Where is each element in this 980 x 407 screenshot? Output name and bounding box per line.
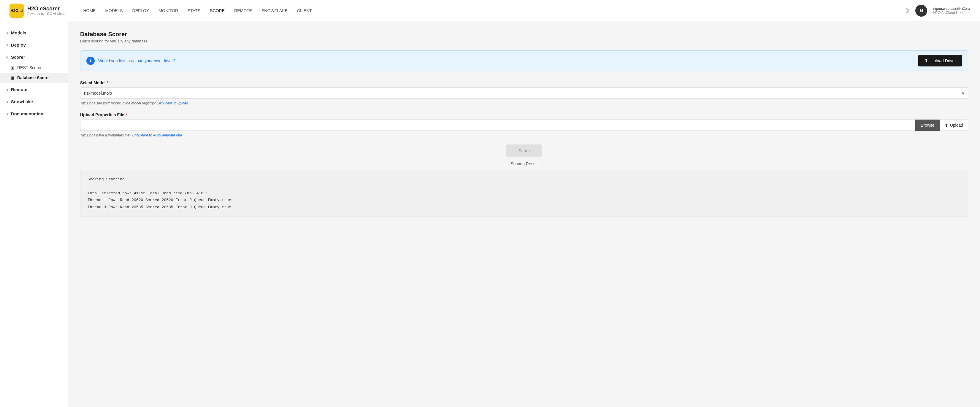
select-model-wrapper: riskmodel.mojo ∨ xyxy=(80,87,968,99)
upload-button[interactable]: ⬆ Upload xyxy=(940,119,968,131)
sidebar-scorer-header[interactable]: ∨ Scorer xyxy=(0,52,68,63)
browse-button[interactable]: Browse xyxy=(915,119,940,131)
terminal-line-3: Thread-1 Rows Read 20620 Scored 20620 Er… xyxy=(88,197,961,204)
sidebar-item-database-scorer[interactable]: ▣ Database Scorer xyxy=(0,73,68,83)
user-email: nipun.weerasiri@h2o.ai xyxy=(933,6,970,11)
upload-properties-required: * xyxy=(126,113,127,117)
select-model-tip: Tip: Don't see your model in the model r… xyxy=(80,101,968,105)
sidebar-rest-scorer-label: REST Scorer xyxy=(17,65,41,70)
nav-score[interactable]: SCORE xyxy=(210,7,225,14)
chevron-models-icon: ∨ xyxy=(6,31,9,35)
upload-driver-icon: ⬆ xyxy=(924,58,928,64)
nav-client[interactable]: CLIENT xyxy=(297,7,312,14)
sidebar-section-remote: ∨ Remote xyxy=(0,84,68,95)
header-right: ☽ N nipun.weerasiri@h2o.ai H2O AI Cloud … xyxy=(904,5,970,17)
chevron-scorer-icon: ∨ xyxy=(6,55,9,59)
chevron-remote-icon: ∨ xyxy=(6,87,9,92)
logo-area: H2O.ai H2O eScorer Powered by H2O AI Clo… xyxy=(10,3,65,18)
terminal-line-2: Total selected rows 41155 Total Read tim… xyxy=(88,190,961,197)
sidebar: ∨ Models ∨ Deploy ∨ Scorer ▣ REST Scorer… xyxy=(0,21,68,407)
chevron-snowflake-icon: ∨ xyxy=(6,100,9,104)
user-role: H2O AI Cloud User xyxy=(933,11,970,15)
sidebar-snowflake-label: Snowflake xyxy=(11,99,33,104)
nav-deploy[interactable]: DEPLOY xyxy=(132,7,149,14)
sidebar-database-scorer-label: Database Scorer xyxy=(17,75,50,80)
upload-properties-tip: Tip: Don't have a properties file? Click… xyxy=(80,133,968,137)
page-subtitle: Batch scoring for virtually any database xyxy=(80,39,968,43)
select-model-label: Select Model * xyxy=(80,80,968,85)
sidebar-section-snowflake: ∨ Snowflake xyxy=(0,96,68,107)
sidebar-documentation-header[interactable]: ∨ Documentation xyxy=(0,108,68,119)
autogenerate-link[interactable]: Click here to AutoGenerate one xyxy=(132,133,182,137)
sidebar-scorer-label: Scorer xyxy=(11,54,25,60)
nav-stats[interactable]: STATS xyxy=(188,7,200,14)
upload-small-icon: ⬆ xyxy=(945,123,948,127)
sidebar-models-label: Models xyxy=(11,30,26,35)
score-button-wrapper: Score xyxy=(80,145,968,157)
select-model-section: Select Model * riskmodel.mojo ∨ Tip: Don… xyxy=(80,80,968,105)
avatar: N xyxy=(915,5,927,17)
user-info: nipun.weerasiri@h2o.ai H2O AI Cloud User xyxy=(933,6,970,15)
logo-text: H2O eScorer Powered by H2O AI Cloud xyxy=(27,6,65,16)
nav-remote[interactable]: REMOTE xyxy=(234,7,252,14)
info-banner: i Would you like to upload your own driv… xyxy=(80,51,968,71)
upload-properties-label: Upload Properties File * xyxy=(80,113,968,117)
upload-model-link[interactable]: Click here to upload xyxy=(157,101,188,105)
upload-properties-section: Upload Properties File * Browse ⬆ Upload… xyxy=(80,113,968,137)
select-model-required: * xyxy=(107,80,108,85)
score-button[interactable]: Score xyxy=(506,145,542,157)
sidebar-deploy-header[interactable]: ∨ Deploy xyxy=(0,40,68,51)
file-upload-row: Browse ⬆ Upload xyxy=(80,119,968,131)
info-banner-text: Would you like to upload your own driver… xyxy=(98,59,175,63)
sidebar-section-documentation: ∨ Documentation xyxy=(0,108,68,119)
sidebar-item-rest-scorer[interactable]: ▣ REST Scorer xyxy=(0,63,68,73)
sidebar-remote-label: Remote xyxy=(11,87,27,92)
app-header: H2O.ai H2O eScorer Powered by H2O AI Clo… xyxy=(0,0,980,21)
app-name: H2O eScorer xyxy=(27,6,65,12)
powered-by: Powered by H2O AI Cloud xyxy=(27,12,65,16)
file-input-display xyxy=(80,119,915,131)
sidebar-section-models: ∨ Models xyxy=(0,27,68,38)
upload-driver-button[interactable]: ⬆ Upload Driver xyxy=(918,55,962,67)
nav-home[interactable]: HOME xyxy=(83,7,95,14)
page-title: Database Scorer xyxy=(80,31,968,38)
main-nav: HOME MODELS DEPLOY MONITOR STATS SCORE R… xyxy=(83,7,904,14)
nav-monitor[interactable]: MONITOR xyxy=(159,7,178,14)
scoring-result-label: Scoring Result xyxy=(80,161,968,166)
select-model-dropdown[interactable]: riskmodel.mojo xyxy=(80,87,968,99)
sidebar-models-header[interactable]: ∨ Models xyxy=(0,27,68,38)
info-icon: i xyxy=(86,57,95,65)
terminal-line-0: Scoring Starting xyxy=(88,176,961,183)
sidebar-snowflake-header[interactable]: ∨ Snowflake xyxy=(0,96,68,107)
upload-small-label: Upload xyxy=(950,123,963,127)
terminal-line-4: Thread-3 Rows Read 20535 Scored 20535 Er… xyxy=(88,204,961,211)
result-terminal: Scoring Starting Total selected rows 411… xyxy=(80,170,968,217)
nav-models[interactable]: MODELS xyxy=(105,7,123,14)
upload-driver-label: Upload Driver xyxy=(931,59,956,63)
theme-toggle-icon[interactable]: ☽ xyxy=(904,7,909,14)
main-content: Database Scorer Batch scoring for virtua… xyxy=(68,21,980,407)
layout: ∨ Models ∨ Deploy ∨ Scorer ▣ REST Scorer… xyxy=(0,21,980,407)
database-scorer-icon: ▣ xyxy=(11,76,14,80)
chevron-deploy-icon: ∨ xyxy=(6,43,9,47)
sidebar-documentation-label: Documentation xyxy=(11,111,43,116)
rest-scorer-icon: ▣ xyxy=(11,65,14,70)
sidebar-section-scorer: ∨ Scorer ▣ REST Scorer ▣ Database Scorer xyxy=(0,52,68,83)
terminal-line-1 xyxy=(88,183,961,189)
sidebar-deploy-label: Deploy xyxy=(11,43,26,48)
logo-box: H2O.ai xyxy=(10,3,24,18)
sidebar-section-deploy: ∨ Deploy xyxy=(0,40,68,51)
info-banner-left: i Would you like to upload your own driv… xyxy=(86,57,175,65)
chevron-documentation-icon: ∨ xyxy=(6,112,9,116)
sidebar-remote-header[interactable]: ∨ Remote xyxy=(0,84,68,95)
nav-snowflake[interactable]: SNOWFLAKE xyxy=(261,7,288,14)
